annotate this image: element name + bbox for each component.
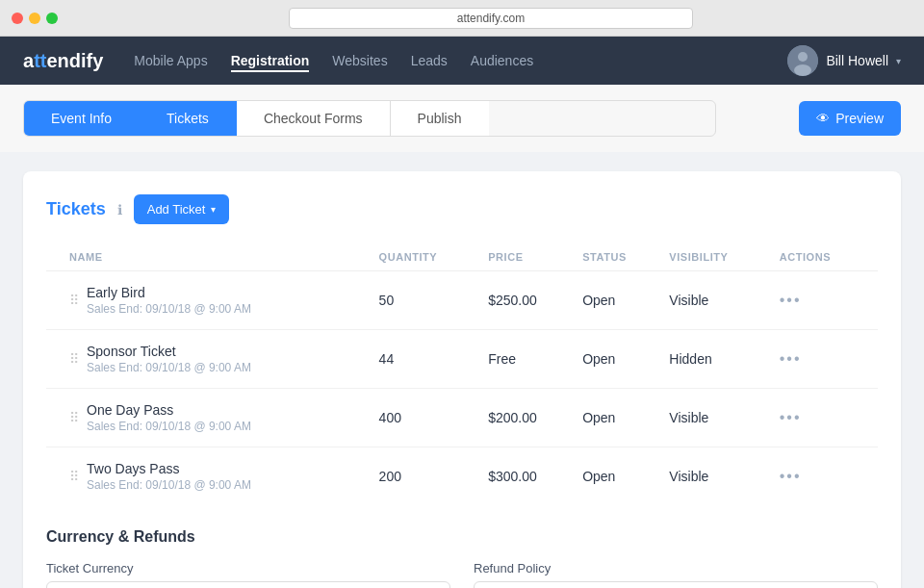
ticket-price-1: Free bbox=[488, 330, 582, 389]
user-menu-chevron[interactable]: ▾ bbox=[896, 56, 901, 66]
currency-group: Ticket Currency $ U.S Dollars Once your … bbox=[46, 561, 450, 588]
user-name: Bill Howell bbox=[826, 53, 888, 68]
ticket-sales-end-0: Sales End: 09/10/18 @ 9:00 AM bbox=[87, 302, 251, 316]
drag-handle-0[interactable]: ⠿ bbox=[69, 293, 79, 308]
ticket-sales-end-2: Sales End: 09/10/18 @ 9:00 AM bbox=[87, 420, 251, 433]
tab-group: Event Info Tickets Checkout Forms Publis… bbox=[23, 100, 783, 137]
col-name: NAME bbox=[46, 243, 379, 271]
actions-menu-1[interactable]: ••• bbox=[780, 350, 802, 367]
ticket-name-2: One Day Pass bbox=[87, 402, 251, 418]
refund-label: Refund Policy bbox=[474, 561, 878, 575]
currency-select[interactable]: $ U.S Dollars bbox=[46, 581, 450, 588]
minimize-dot[interactable] bbox=[29, 13, 40, 24]
ticket-price-3: $300.00 bbox=[488, 447, 582, 506]
ticket-name-0: Early Bird bbox=[87, 285, 251, 300]
avatar bbox=[787, 45, 818, 76]
ticket-status-2: Open bbox=[582, 389, 669, 447]
ticket-quantity-3: 200 bbox=[379, 447, 489, 506]
ticket-name-3: Two Days Pass bbox=[87, 461, 251, 476]
ticket-visibility-1: Hidden bbox=[669, 330, 779, 389]
nav-link-mobile-apps[interactable]: Mobile Apps bbox=[134, 49, 207, 72]
table-row: ⠿ Early Bird Sales End: 09/10/18 @ 9:00 … bbox=[46, 271, 878, 330]
ticket-status-0: Open bbox=[582, 271, 669, 330]
ticket-name-1: Sponsor Ticket bbox=[87, 344, 251, 359]
ticket-visibility-0: Visible bbox=[669, 271, 779, 330]
main-content: Tickets ℹ Add Ticket ▾ NAME QUANTITY PRI… bbox=[0, 152, 924, 588]
tickets-title: Tickets bbox=[46, 199, 106, 219]
ticket-visibility-2: Visible bbox=[669, 389, 779, 447]
add-ticket-button[interactable]: Add Ticket ▾ bbox=[134, 194, 230, 224]
address-bar[interactable]: attendify.com bbox=[289, 8, 693, 29]
logo: attendify bbox=[23, 50, 103, 72]
actions-menu-2[interactable]: ••• bbox=[780, 409, 802, 425]
ticket-status-3: Open bbox=[582, 447, 669, 506]
address-text: attendify.com bbox=[457, 12, 525, 25]
ticket-actions-0[interactable]: ••• bbox=[780, 271, 878, 330]
nav-link-audiences[interactable]: Audiences bbox=[471, 49, 533, 72]
eye-icon: 👁 bbox=[816, 111, 830, 126]
close-dot[interactable] bbox=[12, 13, 23, 24]
col-actions: ACTIONS bbox=[780, 243, 878, 271]
ticket-actions-2[interactable]: ••• bbox=[780, 389, 878, 447]
ticket-quantity-1: 44 bbox=[379, 330, 489, 389]
col-visibility: VISIBILITY bbox=[669, 243, 779, 271]
table-row: ⠿ Two Days Pass Sales End: 09/10/18 @ 9:… bbox=[46, 447, 878, 506]
currency-label: Ticket Currency bbox=[46, 561, 450, 575]
svg-point-2 bbox=[794, 64, 811, 76]
tab-tickets[interactable]: Tickets bbox=[140, 101, 237, 136]
actions-menu-3[interactable]: ••• bbox=[780, 468, 802, 484]
table-row: ⠿ Sponsor Ticket Sales End: 09/10/18 @ 9… bbox=[46, 330, 878, 389]
tab-event-info[interactable]: Event Info bbox=[24, 101, 140, 136]
maximize-dot[interactable] bbox=[46, 13, 58, 24]
ticket-price-2: $200.00 bbox=[488, 389, 582, 447]
info-icon[interactable]: ℹ bbox=[117, 202, 122, 217]
refund-select[interactable]: No Refunds bbox=[474, 581, 878, 588]
tickets-header: Tickets ℹ Add Ticket ▾ bbox=[46, 194, 878, 224]
nav-right: Bill Howell ▾ bbox=[787, 45, 901, 76]
col-quantity: QUANTITY bbox=[379, 243, 489, 271]
ticket-actions-1[interactable]: ••• bbox=[780, 330, 878, 389]
tab-publish[interactable]: Publish bbox=[391, 101, 489, 136]
col-price: PRICE bbox=[488, 243, 582, 271]
svg-point-1 bbox=[798, 52, 808, 62]
drag-handle-3[interactable]: ⠿ bbox=[69, 469, 79, 484]
ticket-sales-end-1: Sales End: 09/10/18 @ 9:00 AM bbox=[87, 361, 251, 374]
content-card: Tickets ℹ Add Ticket ▾ NAME QUANTITY PRI… bbox=[23, 171, 901, 588]
refund-group: Refund Policy No Refunds + Add Terms & C… bbox=[474, 561, 878, 588]
drag-handle-1[interactable]: ⠿ bbox=[69, 351, 79, 367]
navbar: attendify Mobile Apps Registration Websi… bbox=[0, 37, 924, 85]
ticket-actions-3[interactable]: ••• bbox=[780, 447, 878, 506]
currency-refunds-title: Currency & Refunds bbox=[46, 528, 878, 546]
nav-links: Mobile Apps Registration Websites Leads … bbox=[134, 49, 787, 72]
currency-refunds-form: Ticket Currency $ U.S Dollars Once your … bbox=[46, 561, 878, 588]
ticket-status-1: Open bbox=[582, 330, 669, 389]
browser-chrome: attendify.com bbox=[0, 0, 924, 37]
table-row: ⠿ One Day Pass Sales End: 09/10/18 @ 9:0… bbox=[46, 389, 878, 447]
ticket-name-cell-1: ⠿ Sponsor Ticket Sales End: 09/10/18 @ 9… bbox=[46, 330, 379, 389]
preview-button[interactable]: 👁 Preview bbox=[799, 101, 901, 136]
ticket-quantity-2: 400 bbox=[379, 389, 489, 447]
ticket-name-cell-0: ⠿ Early Bird Sales End: 09/10/18 @ 9:00 … bbox=[46, 271, 379, 330]
ticket-quantity-0: 50 bbox=[379, 271, 489, 330]
add-ticket-chevron: ▾ bbox=[211, 204, 216, 215]
col-status: STATUS bbox=[582, 243, 669, 271]
ticket-sales-end-3: Sales End: 09/10/18 @ 9:00 AM bbox=[87, 478, 251, 492]
ticket-price-0: $250.00 bbox=[488, 271, 582, 330]
ticket-visibility-3: Visible bbox=[669, 447, 779, 506]
ticket-name-cell-3: ⠿ Two Days Pass Sales End: 09/10/18 @ 9:… bbox=[46, 447, 379, 506]
ticket-table: NAME QUANTITY PRICE STATUS VISIBILITY AC… bbox=[46, 243, 878, 505]
nav-link-leads[interactable]: Leads bbox=[411, 49, 448, 72]
nav-link-registration[interactable]: Registration bbox=[231, 49, 310, 72]
tab-checkout-forms[interactable]: Checkout Forms bbox=[237, 101, 391, 136]
tab-navigation: Event Info Tickets Checkout Forms Publis… bbox=[0, 85, 924, 152]
drag-handle-2[interactable]: ⠿ bbox=[69, 410, 79, 425]
actions-menu-0[interactable]: ••• bbox=[780, 292, 802, 308]
ticket-name-cell-2: ⠿ One Day Pass Sales End: 09/10/18 @ 9:0… bbox=[46, 389, 379, 447]
browser-dots bbox=[12, 13, 58, 24]
nav-link-websites[interactable]: Websites bbox=[332, 49, 387, 72]
